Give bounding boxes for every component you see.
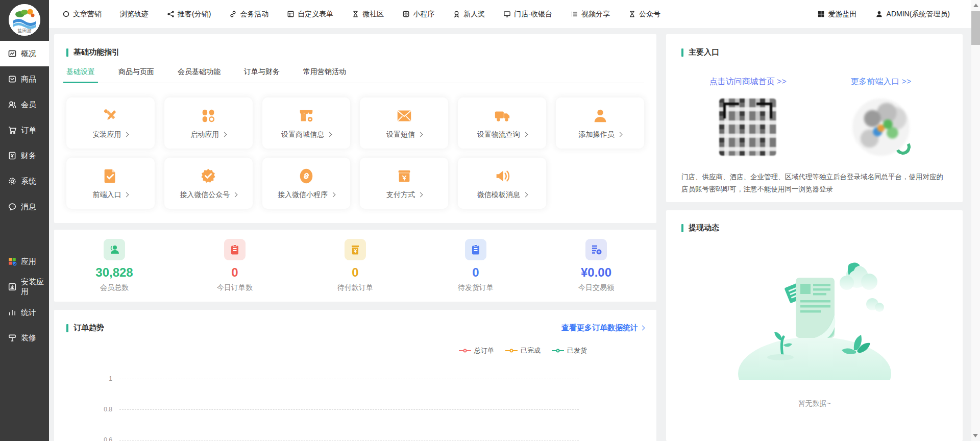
legend-已发货[interactable]: 已发货 <box>552 346 587 355</box>
guide-card-start-app[interactable]: 启动应用 <box>164 97 253 149</box>
order-trend-card: 订单趋势 查看更多订单数据统计 总订单已完成已发货 10.80.6 <box>54 310 656 441</box>
apps-icon <box>8 257 17 266</box>
sidebar-item-statistics[interactable]: 统计 <box>0 300 49 325</box>
guide-card-install-app[interactable]: 安装应用 <box>66 97 155 149</box>
more-order-stats-link[interactable]: 查看更多订单数据统计 <box>561 323 644 333</box>
topbar-right: 爱游盐田 ADMIN(系统管理员) <box>817 10 950 19</box>
topnav-browse-track[interactable]: 浏览轨迹 <box>120 10 149 19</box>
trend-card-title: 订单趋势 <box>66 323 104 333</box>
sidebar-item-system-label: 系统 <box>21 177 36 186</box>
guide-card-sms[interactable]: 设置短信 <box>360 97 448 149</box>
chart-gridline-row: 0.6 <box>66 425 644 441</box>
sidebar-item-message[interactable]: 消息 <box>0 194 49 219</box>
badge-check-icon <box>200 167 217 185</box>
chart-gridline-row: 1 <box>66 363 644 394</box>
stat-today-amount: ¥0.00今日交易额 <box>536 239 656 292</box>
tab-member-basic[interactable]: 会员基础功能 <box>178 67 220 83</box>
sidebar-item-member-label: 会员 <box>21 100 36 110</box>
member-stat-icon <box>104 239 125 260</box>
withdraw-card-title: 提现动态 <box>681 223 947 233</box>
person-icon <box>592 107 609 125</box>
topnav-custom-form[interactable]: 自定义表单 <box>287 10 333 19</box>
scroll-up-icon[interactable] <box>973 4 978 7</box>
grid-icon <box>817 10 825 18</box>
hourglass-icon <box>352 10 359 18</box>
guide-card-template-msg[interactable]: 微信模板消息 <box>458 158 546 209</box>
guide-card-wechat-official[interactable]: 接入微信公众号 <box>164 158 253 209</box>
more-front-entry-link[interactable]: 更多前端入口 >> <box>815 77 948 87</box>
topnav-newcomer-award[interactable]: 新人奖 <box>453 10 485 19</box>
guide-card-logistics[interactable]: 设置物流查询 <box>458 97 546 149</box>
page-scrollbar[interactable] <box>971 0 980 441</box>
megaphone-icon <box>494 167 511 185</box>
form-icon <box>287 10 295 18</box>
scrollbar-thumb[interactable] <box>971 11 980 45</box>
topnav-official-account[interactable]: 公众号 <box>628 10 660 19</box>
shop-switcher[interactable]: 爱游盐田 <box>817 10 857 19</box>
legend-marker <box>505 350 518 351</box>
guide-grid: 安装应用启动应用设置商城信息设置短信设置物流查询添加操作员前端入口接入微信公众号… <box>66 97 644 209</box>
guide-card-start-app-label: 启动应用 <box>190 130 226 139</box>
topnav-promoter-distribution-label: 推客(分销) <box>178 10 211 19</box>
sidebar-item-apps[interactable]: 应用 <box>0 249 49 274</box>
topnav-promoter-distribution[interactable]: 推客(分销) <box>167 10 211 19</box>
sidebar-item-decoration[interactable]: 装修 <box>0 325 49 351</box>
chart-legend: 总订单已完成已发货 <box>66 346 587 355</box>
overview-icon <box>8 49 17 58</box>
entry-note-text: 门店、供应商、酒店、企业管理、区域代理等独立后台登录域名同总平台，使用对应的店员… <box>681 171 947 196</box>
legend-marker <box>552 350 564 351</box>
sidebar-item-order[interactable]: 订单 <box>0 117 49 143</box>
chevron-right-icon <box>124 192 129 198</box>
tools-icon <box>102 107 119 125</box>
guide-card-template-msg-label: 微信模板消息 <box>477 190 527 200</box>
clipboard-icon <box>465 239 486 260</box>
title-accent-bar <box>66 48 68 57</box>
share-icon <box>167 10 175 18</box>
sidebar-item-install-apps[interactable]: 安装应用 <box>0 274 49 300</box>
topnav-browse-track-label: 浏览轨迹 <box>120 10 149 19</box>
tab-basic-settings[interactable]: 基础设置 <box>66 67 95 83</box>
sidebar-item-system[interactable]: 系统 <box>0 168 49 194</box>
entry-title-text: 主要入口 <box>689 47 719 57</box>
legend-已完成[interactable]: 已完成 <box>505 346 541 355</box>
stat-today-orders-label: 今日订单数 <box>175 283 295 292</box>
link-icon <box>229 10 237 18</box>
install-icon <box>8 282 17 291</box>
logo-art: 盐田游 <box>9 4 40 36</box>
stat-unshipped-orders-value: 0 <box>415 265 536 280</box>
wallet-icon <box>396 167 413 185</box>
withdraw-title-text: 提现动态 <box>689 223 719 233</box>
sidebar-item-decoration-label: 装修 <box>21 333 36 343</box>
shop-logo[interactable]: 盐田游 <box>9 4 40 36</box>
mall-home-link[interactable]: 点击访问商城首页 >> <box>681 77 815 87</box>
topnav-video-share[interactable]: 视频分享 <box>571 10 610 19</box>
tab-goods-pages[interactable]: 商品与页面 <box>118 67 154 83</box>
tab-marketing[interactable]: 常用营销活动 <box>303 67 346 83</box>
scroll-down-icon[interactable] <box>973 434 978 437</box>
stat-member-total: 30,828会员总数 <box>54 239 175 292</box>
guide-card-add-operator[interactable]: 添加操作员 <box>556 97 644 149</box>
legend-总订单[interactable]: 总订单 <box>459 346 494 355</box>
topnav-micro-community[interactable]: 微社区 <box>352 10 384 19</box>
topnav-article-marketing[interactable]: 文章营销 <box>62 10 102 19</box>
guide-card-payment[interactable]: 支付方式 <box>360 158 448 209</box>
guide-card-front-entry[interactable]: 前端入口 <box>66 158 155 209</box>
topnav-conference-activity[interactable]: 会务活动 <box>229 10 268 19</box>
y-axis-tick: 0.6 <box>66 436 112 441</box>
chevron-right-icon <box>418 192 423 198</box>
applet-icon <box>402 10 410 18</box>
chevron-right-icon <box>523 192 528 198</box>
award-icon <box>453 10 460 18</box>
sidebar-item-finance[interactable]: 财务 <box>0 143 49 168</box>
sidebar-item-goods[interactable]: 商品 <box>0 66 49 92</box>
guide-card-mall-info[interactable]: 设置商城信息 <box>262 97 351 149</box>
sidebar-item-member[interactable]: 会员 <box>0 92 49 117</box>
guide-card-wechat-mini[interactable]: 接入微信小程序 <box>262 158 351 209</box>
topnav-store-cashier-label: 门店-收银台 <box>514 10 552 19</box>
topnav-mini-program[interactable]: 小程序 <box>402 10 434 19</box>
topnav-store-cashier[interactable]: 门店-收银台 <box>503 10 552 19</box>
stat-unshipped-orders-label: 待发货订单 <box>415 283 536 292</box>
sidebar-item-overview[interactable]: 概况 <box>0 41 49 66</box>
admin-menu[interactable]: ADMIN(系统管理员) <box>875 10 950 19</box>
tab-order-finance[interactable]: 订单与财务 <box>244 67 280 83</box>
